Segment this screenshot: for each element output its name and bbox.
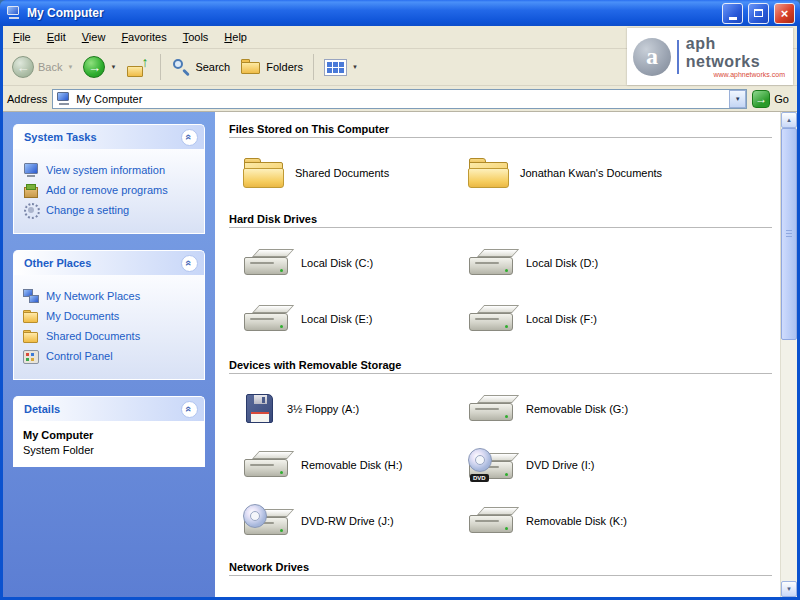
collapse-chevron-icon[interactable] bbox=[181, 129, 198, 146]
close-button[interactable] bbox=[774, 3, 795, 24]
address-input[interactable]: My Computer bbox=[52, 89, 747, 109]
details-item-name: My Computer bbox=[23, 429, 198, 441]
hard-disk-icon bbox=[243, 248, 291, 278]
search-button[interactable]: Search bbox=[166, 54, 235, 80]
scroll-down-button[interactable] bbox=[781, 581, 797, 597]
vertical-scrollbar[interactable] bbox=[780, 112, 797, 597]
maximize-icon bbox=[754, 9, 763, 17]
folder-icon bbox=[243, 157, 285, 189]
list-item-removable-disk-h[interactable]: Removable Disk (H:) bbox=[243, 442, 468, 488]
views-button[interactable] bbox=[319, 56, 363, 79]
removable-disk-icon bbox=[243, 450, 291, 480]
folder-icon bbox=[468, 157, 510, 189]
sidebar-item-add-remove-programs[interactable]: Add or remove programs bbox=[23, 183, 198, 197]
files-grid: Shared Documents Jonathan Kwan's Documen… bbox=[229, 138, 780, 210]
go-arrow-icon bbox=[752, 90, 770, 108]
other-places-title: Other Places bbox=[24, 257, 91, 269]
system-tasks-body: View system information Add or remove pr… bbox=[13, 149, 205, 234]
address-dropdown-button[interactable] bbox=[729, 90, 746, 108]
search-icon bbox=[171, 57, 191, 77]
toolbar-separator bbox=[160, 54, 161, 80]
floppy-icon bbox=[243, 393, 277, 425]
search-label: Search bbox=[195, 61, 230, 73]
list-item-shared-documents[interactable]: Shared Documents bbox=[243, 150, 468, 196]
address-bar: Address My Computer Go bbox=[3, 86, 797, 112]
up-button[interactable] bbox=[121, 53, 155, 81]
folders-button[interactable]: Folders bbox=[235, 55, 308, 79]
list-item-local-disk-d[interactable]: Local Disk (D:) bbox=[468, 240, 693, 286]
system-information-icon bbox=[23, 163, 39, 177]
go-button[interactable]: Go bbox=[752, 90, 793, 108]
forward-button[interactable] bbox=[78, 53, 121, 81]
back-icon bbox=[12, 56, 34, 78]
sidebar-item-my-network-places[interactable]: My Network Places bbox=[23, 289, 198, 303]
settings-gear-icon bbox=[23, 203, 39, 217]
add-remove-programs-icon bbox=[23, 183, 39, 197]
list-item-local-disk-e[interactable]: Local Disk (E:) bbox=[243, 296, 468, 342]
back-dropdown-icon bbox=[67, 64, 73, 70]
hard-disk-icon bbox=[468, 248, 516, 278]
window-title: My Computer bbox=[27, 6, 104, 20]
task-pane-sidebar: System Tasks View system information Add… bbox=[3, 112, 215, 597]
logo-divider bbox=[677, 40, 679, 74]
hard-disks-grid: Local Disk (C:) Local Disk (D:) Local Di… bbox=[229, 228, 780, 356]
collapse-chevron-icon[interactable] bbox=[181, 401, 198, 418]
back-label: Back bbox=[38, 61, 62, 73]
minimize-button[interactable] bbox=[722, 3, 743, 24]
control-panel-icon bbox=[23, 349, 39, 363]
logo-url: www.aphnetworks.com bbox=[686, 71, 785, 78]
hard-disk-icon bbox=[243, 304, 291, 334]
other-places-header[interactable]: Other Places bbox=[13, 250, 205, 275]
sidebar-item-my-documents[interactable]: My Documents bbox=[23, 309, 198, 323]
my-computer-window: My Computer File Edit View Favorites Too… bbox=[0, 0, 800, 600]
details-title: Details bbox=[24, 403, 60, 415]
window-body: File Edit View Favorites Tools Help Back bbox=[0, 26, 800, 600]
other-places-panel: Other Places My Network Places My Docume… bbox=[13, 250, 205, 380]
section-header-hard-disks: Hard Disk Drives bbox=[229, 210, 772, 228]
details-header[interactable]: Details bbox=[13, 396, 205, 421]
up-folder-icon bbox=[126, 56, 150, 78]
collapse-chevron-icon[interactable] bbox=[181, 255, 198, 272]
address-label: Address bbox=[7, 93, 47, 105]
aph-logo-icon: a bbox=[633, 38, 671, 76]
other-places-body: My Network Places My Documents Shared Do… bbox=[13, 275, 205, 380]
toolbar-separator bbox=[313, 54, 314, 80]
scrollbar-track[interactable] bbox=[781, 340, 797, 581]
scrollbar-thumb[interactable] bbox=[781, 128, 797, 340]
list-item-jonathan-kwans-documents[interactable]: Jonathan Kwan's Documents bbox=[468, 150, 693, 196]
scroll-up-button[interactable] bbox=[781, 112, 797, 128]
go-label: Go bbox=[774, 93, 789, 105]
list-item-removable-disk-g[interactable]: Removable Disk (G:) bbox=[468, 386, 693, 432]
list-item-floppy-a[interactable]: 3½ Floppy (A:) bbox=[243, 386, 468, 432]
my-computer-icon bbox=[6, 6, 22, 20]
system-tasks-header[interactable]: System Tasks bbox=[13, 124, 205, 149]
my-computer-icon bbox=[56, 92, 72, 106]
list-item-dvd-rw-drive-j[interactable]: DVD-RW Drive (J:) bbox=[243, 498, 468, 544]
details-item-type: System Folder bbox=[23, 444, 198, 456]
menu-view[interactable]: View bbox=[74, 28, 114, 46]
list-item-removable-disk-k[interactable]: Removable Disk (K:) bbox=[468, 498, 693, 544]
menu-file[interactable]: File bbox=[5, 28, 39, 46]
menu-edit[interactable]: Edit bbox=[39, 28, 74, 46]
minimize-icon bbox=[729, 17, 737, 20]
sidebar-item-view-system-information[interactable]: View system information bbox=[23, 163, 198, 177]
menu-help[interactable]: Help bbox=[216, 28, 255, 46]
menu-favorites[interactable]: Favorites bbox=[113, 28, 174, 46]
system-tasks-panel: System Tasks View system information Add… bbox=[13, 124, 205, 234]
list-item-local-disk-c[interactable]: Local Disk (C:) bbox=[243, 240, 468, 286]
list-item-dvd-drive-i[interactable]: DVD DVD Drive (I:) bbox=[468, 442, 693, 488]
removable-disk-icon bbox=[468, 394, 516, 424]
maximize-button[interactable] bbox=[748, 3, 769, 24]
sidebar-item-shared-documents[interactable]: Shared Documents bbox=[23, 329, 198, 343]
menu-tools[interactable]: Tools bbox=[175, 28, 217, 46]
back-button[interactable]: Back bbox=[7, 53, 78, 81]
sidebar-item-change-a-setting[interactable]: Change a setting bbox=[23, 203, 198, 217]
folders-icon bbox=[240, 58, 262, 76]
dvd-drive-icon: DVD bbox=[468, 448, 516, 482]
titlebar: My Computer bbox=[0, 0, 800, 26]
dvd-rw-drive-icon bbox=[243, 504, 291, 538]
list-item-local-disk-f[interactable]: Local Disk (F:) bbox=[468, 296, 693, 342]
section-header-removable-storage: Devices with Removable Storage bbox=[229, 356, 772, 374]
sidebar-item-control-panel[interactable]: Control Panel bbox=[23, 349, 198, 363]
removable-disk-icon bbox=[468, 506, 516, 536]
